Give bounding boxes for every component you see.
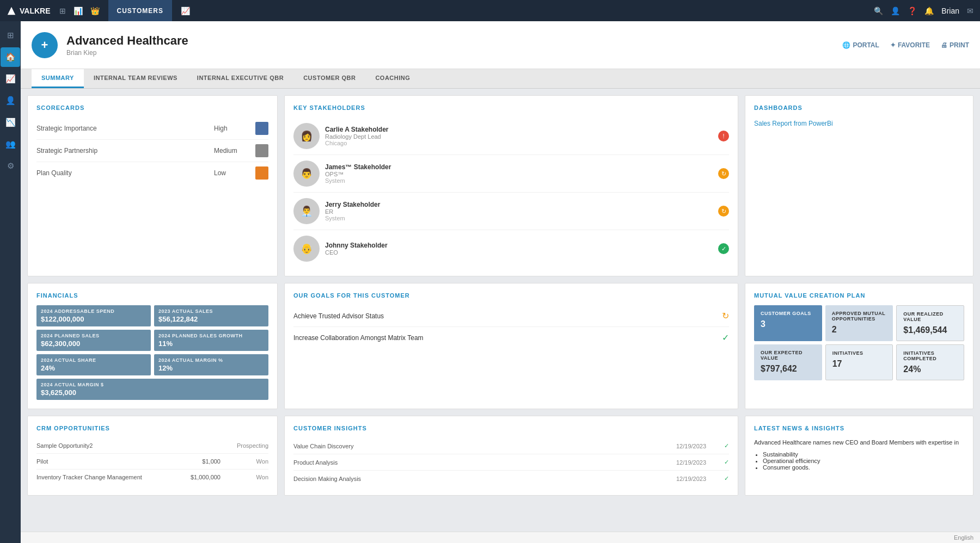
page-subtitle: Brian Kiep [66, 49, 834, 57]
crm-row-2: Pilot $1,000 Won [36, 454, 268, 470]
fin-value-0: $122,000,000 [41, 315, 146, 323]
goal-icon-1: ↻ [722, 311, 729, 321]
crm-row-1: Sample Opportunity2 Prospecting [36, 438, 268, 454]
stakeholder-2: 👨 James™ Stakeholder OPS™ System ↻ [293, 155, 729, 193]
help-icon[interactable]: ❓ [908, 7, 917, 15]
financials-title: FINANCIALS [36, 292, 268, 299]
top-nav-right: 🔍 👤 ❓ 🔔 Brian ✉ [874, 7, 973, 15]
insights-title: CUSTOMER INSIGHTS [293, 425, 729, 431]
scorecards-title: SCORECARDS [36, 104, 268, 111]
insights-panel: CUSTOMER INSIGHTS Value Chain Discovery … [284, 416, 738, 496]
sidebar-item-trending[interactable]: 📉 [1, 113, 20, 132]
content-area: SCORECARDS Strategic Importance High Str… [21, 89, 980, 532]
sidebar-item-grid[interactable]: ⊞ [1, 26, 20, 45]
scorecard-color-2 [255, 144, 268, 157]
fin-value-2: $62,300,000 [41, 340, 146, 348]
dashboards-title: DASHBOARDS [754, 104, 964, 111]
stakeholder-2-name: James™ Stakeholder [325, 163, 713, 171]
insight-date-1: 12/19/2023 [676, 443, 720, 449]
fin-value-6: $3,625,000 [41, 388, 264, 397]
scorecard-row-2: Strategic Partnership Medium [36, 140, 268, 162]
user-name[interactable]: Brian [941, 7, 959, 15]
insight-name-2: Product Analysis [293, 459, 672, 466]
fin-cell-4: 2024 ACTUAL SHARE 24% [36, 354, 151, 375]
user-icon[interactable]: 👤 [891, 7, 900, 15]
grid-nav-icon[interactable]: ⊞ [59, 7, 66, 15]
print-button[interactable]: 🖨 PRINT [941, 41, 969, 49]
fin-label-5: 2024 ACTUAL MARGIN % [158, 357, 264, 363]
tab-internal-executive-qbr[interactable]: INTERNAL EXECUTIVE QBR [187, 69, 293, 88]
mvc-grid: CUSTOMER GOALS 3 APPROVED MUTUAL OPPORTU… [754, 305, 964, 380]
stakeholders-title: KEY STAKEHOLDERS [293, 104, 729, 111]
app-logo: VALKRE [7, 6, 51, 16]
search-icon[interactable]: 🔍 [874, 7, 883, 15]
fin-cell-1: 2023 ACTUAL SALES $56,122,842 [154, 305, 268, 326]
fin-cell-5: 2024 ACTUAL MARGIN % 12% [154, 354, 268, 375]
tab-internal-team-reviews[interactable]: INTERNAL TEAM REVIEWS [84, 69, 187, 88]
mail-icon[interactable]: ✉ [967, 7, 973, 15]
insight-date-2: 12/19/2023 [676, 459, 720, 466]
customers-tab[interactable]: CUSTOMERS [108, 0, 172, 21]
bar-chart-nav-icon[interactable]: 📈 [181, 7, 190, 15]
fin-value-1: $56,122,842 [158, 315, 264, 323]
page-header-info: Advanced Healthcare Brian Kiep [66, 34, 834, 57]
goal-row-1: Achieve Trusted Advisor Status ↻ [293, 305, 729, 327]
mvc-label-0: CUSTOMER GOALS [761, 311, 816, 316]
scorecard-color-3 [255, 166, 268, 180]
insight-name-3: Decision Making Analysis [293, 476, 672, 482]
fin-label-6: 2024 ACTUAL MARGIN $ [41, 382, 264, 387]
stakeholder-3: 👨‍💼 Jerry Stakeholder ER System ↻ [293, 193, 729, 230]
portal-button[interactable]: 🌐 PORTAL [842, 41, 879, 49]
fin-label-4: 2024 ACTUAL SHARE [41, 357, 146, 363]
insight-row-2: Product Analysis 12/19/2023 ✓ [293, 454, 729, 471]
chart-nav-icon[interactable]: 📊 [74, 7, 83, 15]
dashboard-item-1[interactable]: Sales Report from PowerBi [754, 118, 964, 129]
stakeholders-panel: KEY STAKEHOLDERS 👩 Carlie A Stakeholder … [284, 95, 738, 276]
stakeholder-1: 👩 Carlie A Stakeholder Radiology Dept Le… [293, 118, 729, 155]
tab-summary[interactable]: SUMMARY [32, 69, 84, 88]
stakeholder-3-info: Jerry Stakeholder ER System [325, 201, 713, 221]
crm-row-3: Inventory Tracker Change Management $1,0… [36, 470, 268, 485]
stakeholder-2-avatar: 👨 [293, 161, 320, 187]
language-label[interactable]: English [954, 534, 973, 541]
sidebar: ⊞ 🏠 📈 👤 📉 👥 ⚙ [0, 21, 21, 543]
sidebar-item-settings[interactable]: ⚙ [1, 156, 20, 176]
stakeholder-1-name: Carlie A Stakeholder [325, 126, 713, 133]
sidebar-item-people[interactable]: 👥 [1, 134, 20, 154]
scorecard-value-2: Medium [214, 147, 247, 155]
mvc-label-1: APPROVED MUTUAL OPPORTUNITIES [832, 311, 887, 322]
notify-icon[interactable]: 🔔 [924, 7, 934, 15]
sidebar-item-chart[interactable]: 📈 [1, 69, 20, 89]
footer: English [21, 532, 980, 543]
favorite-button[interactable]: ✦ FAVORITE [890, 41, 930, 49]
mvc-cell-1: APPROVED MUTUAL OPPORTUNITIES 2 [825, 305, 893, 341]
news-title: LATEST NEWS & INSIGHTS [754, 425, 964, 431]
insight-date-3: 12/19/2023 [676, 476, 720, 482]
mvc-label-4: INITIATIVES [832, 350, 886, 356]
scorecard-value-3: Low [214, 169, 247, 177]
row-1: SCORECARDS Strategic Importance High Str… [27, 95, 973, 276]
insight-row-3: Decision Making Analysis 12/19/2023 ✓ [293, 471, 729, 486]
stakeholder-3-avatar: 👨‍💼 [293, 198, 320, 224]
goal-row-2: Increase Collaboration Amongst Matrix Te… [293, 327, 729, 348]
crm-status-2: Won [225, 458, 268, 465]
scorecard-color-1 [255, 122, 268, 135]
sidebar-item-home[interactable]: 🏠 [1, 47, 20, 67]
stakeholder-1-status: ! [718, 131, 729, 141]
row-2: FINANCIALS 2024 ADDRESSABLE SPEND $122,0… [27, 283, 973, 409]
insight-status-1: ✓ [724, 442, 729, 449]
scorecard-value-1: High [214, 125, 247, 132]
tab-coaching[interactable]: COACHING [365, 69, 420, 88]
insight-row-1: Value Chain Discovery 12/19/2023 ✓ [293, 438, 729, 454]
mvc-label-2: OUR REALIZED VALUE [903, 311, 957, 322]
company-logo: + [32, 32, 58, 58]
goal-icon-2: ✓ [722, 332, 729, 343]
crown-nav-icon[interactable]: 👑 [90, 7, 100, 15]
tab-customer-qbr[interactable]: CUSTOMER QBR [293, 69, 365, 88]
mvc-value-5: 24% [903, 365, 957, 374]
fin-cell-6: 2024 ACTUAL MARGIN $ $3,625,000 [36, 379, 268, 400]
mvc-cell-3: OUR EXPECTED VALUE $797,642 [754, 344, 822, 380]
sidebar-item-user[interactable]: 👤 [1, 91, 20, 110]
fin-label-2: 2024 PLANNED SALES [41, 333, 146, 338]
news-bullet-1: Sustainability [763, 451, 964, 458]
